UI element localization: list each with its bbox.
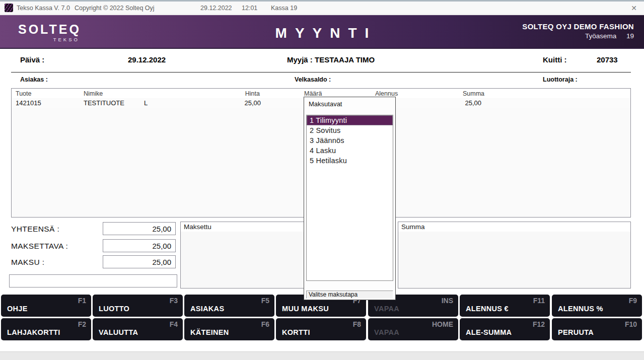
sum-panel-title: Summa <box>401 223 425 231</box>
register-number: Kassa 19 <box>271 5 297 12</box>
customer-label: Asiakas : <box>20 76 48 83</box>
fkey-code: F9 <box>629 297 637 305</box>
fkey-code: F8 <box>353 320 361 328</box>
payment-option-lasku[interactable]: 4 Lasku <box>307 146 393 156</box>
date-label: Päivä : <box>20 55 44 64</box>
fkey-code: F5 <box>261 297 269 305</box>
titlebar-time: 12:01 <box>242 5 257 12</box>
fkey-alennus-euro[interactable]: ALENNUS € F11 <box>460 295 550 317</box>
payment-methods-popup: Maksutavat 1 Tilimyynti 2 Sovitus 3 Jään… <box>304 97 396 300</box>
fkey-code: F4 <box>170 320 178 328</box>
fkey-code: HOME <box>432 320 453 328</box>
receipt-label: Kuitti : <box>543 55 566 64</box>
fkey-code: F3 <box>170 297 178 305</box>
cell-product-name: TESTITUOTE <box>84 99 124 107</box>
fkey-label: ALE-SUMMA <box>466 328 512 336</box>
fkey-label: ALENNUS % <box>558 305 603 313</box>
column-header-sum: Summa <box>463 90 484 97</box>
fkey-luotto[interactable]: LUOTTO F3 <box>93 295 183 317</box>
payment-option-sovitus[interactable]: 2 Sovitus <box>307 125 393 135</box>
fkey-code: F1 <box>78 297 86 305</box>
receipt-number: 20733 <box>597 55 618 64</box>
sum-panel: Summa <box>398 222 631 289</box>
copyright-text: Copyright © 2022 Solteq Oyj <box>75 5 155 12</box>
fkey-label: MUU MAKSU <box>282 305 329 313</box>
fkey-label: KORTTI <box>282 328 310 336</box>
customer-info-row: Asiakas : Velkasaldo : Luottoraja : <box>0 76 644 85</box>
titlebar-date: 29.12.2022 <box>200 5 232 12</box>
payment-methods-list: 1 Tilimyynti 2 Sovitus 3 Jäännös 4 Lasku… <box>306 115 393 281</box>
column-header-price: Hinta <box>203 90 260 97</box>
payment-label: MAKSU : <box>11 258 45 267</box>
fkey-asiakas[interactable]: ASIAKAS F5 <box>184 295 274 317</box>
pos-window: Tekso Kassa V. 7.0 Copyright © 2022 Solt… <box>0 0 644 360</box>
fkey-label: PERUUTA <box>558 328 594 336</box>
store-block: SOLTEQ OYJ DEMO FASHION Työasema 19 <box>522 22 634 40</box>
app-icon <box>5 4 13 12</box>
total-value-field: 25,00 <box>103 222 176 235</box>
bottom-strip <box>0 351 644 360</box>
app-header: SOLTEQ TEKSO MYYNTI SOLTEQ OYJ DEMO FASH… <box>0 15 644 49</box>
titlebar: Tekso Kassa V. 7.0 Copyright © 2022 Solt… <box>0 2 644 15</box>
paid-panel-title: Maksettu <box>184 223 211 231</box>
sum-panel-header <box>398 222 630 232</box>
total-label: YHTEENSÄ : <box>11 225 59 234</box>
fkey-kateinen[interactable]: KÄTEINEN F6 <box>184 318 274 340</box>
payment-option-jaannos[interactable]: 3 Jäännös <box>307 135 393 146</box>
cell-price: 25,00 <box>203 99 261 107</box>
fkey-label: VALUUTTA <box>99 328 138 336</box>
fkey-code: F6 <box>261 320 269 328</box>
fkey-label: VAPAA <box>374 328 399 336</box>
fkey-alennus-percent[interactable]: ALENNUS % F9 <box>552 295 642 317</box>
payable-value-field: 25,00 <box>103 239 176 252</box>
divider <box>11 72 631 73</box>
workstation-label: Työasema <box>585 32 616 40</box>
fkey-label: ASIAKAS <box>190 305 224 313</box>
fkey-ale-summa[interactable]: ALE-SUMMA F12 <box>460 318 550 340</box>
fkey-code: F11 <box>533 297 545 305</box>
column-header-quantity: Määrä <box>304 90 322 97</box>
payable-label: MAKSETTAVA : <box>11 242 68 251</box>
fkey-code: F10 <box>625 320 637 328</box>
fkey-label: KÄTEINEN <box>190 328 229 336</box>
fkey-kortti[interactable]: KORTTI F8 <box>276 318 366 340</box>
fkey-valuutta[interactable]: VALUUTTA F4 <box>93 318 183 340</box>
fkey-label: LAHJAKORTTI <box>7 328 60 336</box>
credit-limit-label: Luottoraja : <box>543 76 578 83</box>
fkey-vapaa-home: VAPAA HOME <box>368 318 458 340</box>
column-header-name: Nimike <box>84 90 103 97</box>
receipt-info-row: Päivä : 29.12.2022 Myyjä : TESTAAJA TIMO… <box>0 55 644 68</box>
payment-option-tilimyynti[interactable]: 1 Tilimyynti <box>307 115 393 125</box>
fkey-code: F12 <box>533 320 545 328</box>
fkey-lahjakortti[interactable]: LAHJAKORTTI F2 <box>1 318 91 340</box>
cell-product-code: 1421015 <box>16 99 41 107</box>
cell-size: L <box>144 99 148 107</box>
fkey-code: F2 <box>78 320 86 328</box>
fkey-label: VAPAA <box>374 305 399 313</box>
debt-balance-label: Velkasaldo : <box>295 76 331 83</box>
column-header-product: Tuote <box>16 90 32 97</box>
entry-input[interactable] <box>9 274 177 287</box>
payment-option-hetilasku[interactable]: 5 Hetilasku <box>307 156 393 166</box>
workstation-line: Työasema 19 <box>522 32 634 40</box>
fkey-label: ALENNUS € <box>466 305 509 313</box>
fkey-peruuta[interactable]: PERUUTA F10 <box>552 318 642 340</box>
fkey-label: OHJE <box>7 305 28 313</box>
store-name: SOLTEQ OYJ DEMO FASHION <box>522 22 634 31</box>
popup-status-text: Valitse maksutapa <box>306 291 393 299</box>
fkey-label: LUOTTO <box>99 305 129 313</box>
workstation-number: 19 <box>626 32 634 40</box>
popup-title: Maksutavat <box>309 100 342 108</box>
app-title: Tekso Kassa V. 7.0 <box>17 5 70 12</box>
column-header-discount: Alennus <box>375 90 398 97</box>
fkey-ohje[interactable]: OHJE F1 <box>1 295 91 317</box>
cell-sum: 25,00 <box>428 99 481 107</box>
close-icon[interactable]: ✕ <box>629 4 639 13</box>
payment-value-field[interactable]: 25,00 <box>103 255 176 268</box>
date-value: 29.12.2022 <box>128 55 166 64</box>
seller-value: Myyjä : TESTAAJA TIMO <box>287 55 375 64</box>
fkey-code: INS <box>442 297 453 305</box>
